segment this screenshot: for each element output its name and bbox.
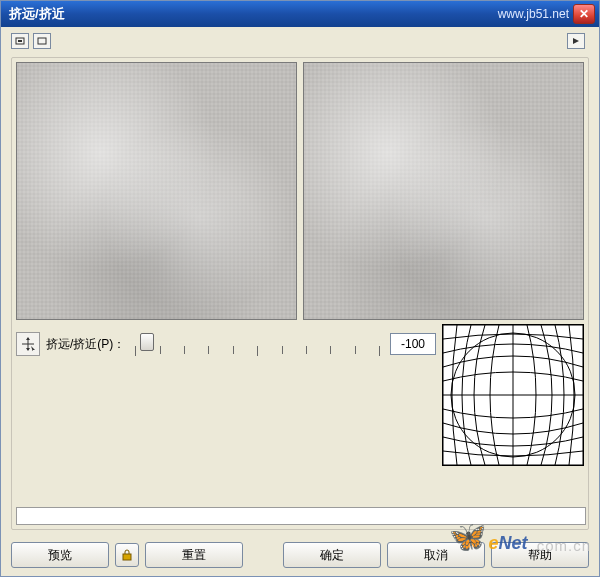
lock-button[interactable] [115,543,139,567]
move-tool-button[interactable] [16,332,40,356]
svg-rect-1 [18,40,22,42]
ok-button[interactable]: 确定 [283,542,381,568]
svg-marker-3 [573,38,579,44]
preview-after[interactable] [303,62,584,320]
titlebar: 挤远/挤近 www.jb51.net ✕ [1,1,599,27]
svg-marker-7 [26,348,30,351]
svg-marker-6 [26,337,30,340]
window-title: 挤远/挤近 [5,5,498,23]
watermark-url: www.jb51.net [498,7,569,21]
flyout-menu-icon [572,37,580,45]
slider-label: 挤远/挤近(P)： [46,336,125,353]
svg-rect-2 [38,38,46,44]
slider-ticks [135,346,380,354]
close-icon: ✕ [579,8,589,20]
cancel-button[interactable]: 取消 [387,542,485,568]
slider-value[interactable]: -100 [390,333,436,355]
preview-before[interactable] [16,62,297,320]
toolbar [1,27,599,53]
help-button[interactable]: 帮助 [491,542,589,568]
pinch-slider[interactable] [135,332,380,356]
preview-button[interactable]: 预览 [11,542,109,568]
button-row: 预览 重置 确定 取消 帮助 🦋 eNet .com.cn [1,536,599,576]
move-tool-icon [21,337,35,351]
progress-bar [16,507,586,525]
expand-icon [37,37,47,45]
svg-marker-8 [31,346,35,351]
close-button[interactable]: ✕ [573,4,595,24]
collapse-icon [15,37,25,45]
collapse-button[interactable] [11,33,29,49]
expand-button[interactable] [33,33,51,49]
slider-thumb[interactable] [140,333,154,351]
effect-grid-preview [442,324,584,466]
svg-rect-14 [123,554,131,560]
lock-icon [121,549,133,561]
flyout-menu-button[interactable] [567,33,585,49]
reset-button[interactable]: 重置 [145,542,243,568]
